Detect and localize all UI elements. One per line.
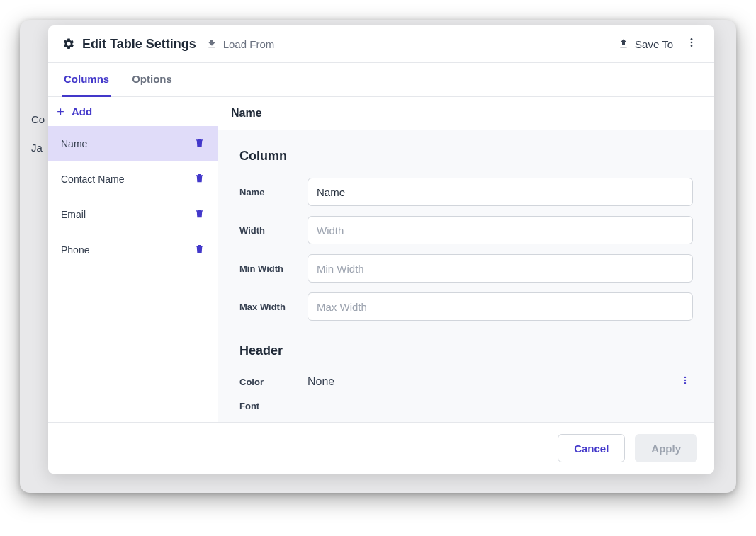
- load-from-button[interactable]: Load From: [206, 38, 275, 50]
- column-item-label: Email: [61, 209, 86, 220]
- min-width-input[interactable]: [308, 254, 693, 283]
- svg-point-3: [684, 377, 686, 378]
- edit-table-settings-modal: Edit Table Settings Load From Save To Co…: [48, 25, 714, 474]
- add-column-button[interactable]: Add: [48, 97, 218, 126]
- color-label: Color: [239, 377, 296, 387]
- section-header-title: Header: [239, 343, 693, 358]
- content-header-title: Name: [218, 97, 714, 130]
- tab-columns[interactable]: Columns: [62, 63, 111, 97]
- max-width-input[interactable]: [308, 292, 693, 321]
- color-more-button[interactable]: [677, 372, 693, 391]
- column-item-label: Phone: [61, 244, 89, 256]
- header-more-button[interactable]: [683, 34, 700, 54]
- tabs: Columns Options: [48, 63, 714, 97]
- trash-icon[interactable]: [194, 208, 205, 221]
- save-to-button[interactable]: Save To: [618, 38, 673, 50]
- download-icon: [206, 38, 218, 50]
- tab-options[interactable]: Options: [130, 63, 174, 97]
- background-text: Co: [31, 113, 45, 125]
- name-label: Name: [239, 187, 296, 198]
- svg-point-1: [691, 42, 693, 44]
- trash-icon[interactable]: [194, 173, 205, 186]
- cancel-button[interactable]: Cancel: [558, 434, 625, 462]
- name-input[interactable]: [308, 178, 693, 206]
- kebab-icon: [686, 37, 697, 48]
- min-width-label: Min Width: [239, 263, 296, 274]
- modal-title: Edit Table Settings: [82, 37, 196, 52]
- max-width-label: Max Width: [239, 302, 296, 312]
- modal-header: Edit Table Settings Load From Save To: [48, 25, 714, 63]
- font-label: Font: [239, 401, 296, 411]
- save-to-label: Save To: [635, 38, 673, 50]
- trash-icon[interactable]: [194, 137, 205, 150]
- column-item[interactable]: Name: [48, 126, 218, 161]
- width-input[interactable]: [308, 216, 693, 244]
- load-from-label: Load From: [223, 38, 275, 50]
- background-text: Ja: [31, 142, 43, 154]
- upload-icon: [618, 38, 629, 50]
- plus-icon: [55, 106, 66, 117]
- columns-sidebar: Add NameContact NameEmailPhone: [48, 97, 218, 422]
- column-item[interactable]: Email: [48, 197, 218, 232]
- color-value[interactable]: None: [308, 375, 666, 388]
- trash-icon[interactable]: [194, 244, 205, 256]
- svg-point-2: [691, 45, 693, 47]
- width-label: Width: [239, 225, 296, 236]
- column-item[interactable]: Contact Name: [48, 161, 218, 197]
- add-label: Add: [72, 106, 92, 118]
- svg-point-0: [691, 38, 693, 40]
- svg-point-5: [684, 382, 686, 384]
- column-item[interactable]: Phone: [48, 232, 218, 268]
- kebab-icon: [680, 375, 690, 385]
- column-item-label: Name: [61, 138, 87, 149]
- apply-button[interactable]: Apply: [635, 434, 697, 462]
- modal-footer: Cancel Apply: [48, 422, 714, 474]
- section-column-title: Column: [239, 149, 693, 164]
- column-item-label: Contact Name: [61, 173, 124, 185]
- gear-icon: [62, 38, 75, 50]
- svg-point-4: [684, 380, 686, 381]
